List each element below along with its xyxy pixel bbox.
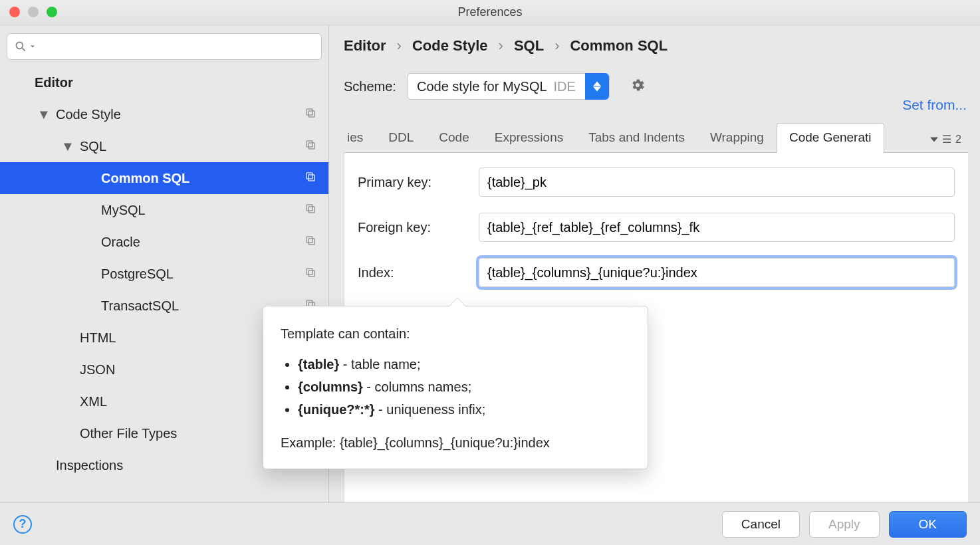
chevron-down-icon [593, 86, 601, 92]
foreign-key-row: Foreign key: [358, 213, 955, 242]
scheme-select[interactable]: Code style for MySQL IDE [407, 73, 610, 100]
tooltip-example: Example: {table}_{columns}_{unique?u:}in… [281, 431, 630, 454]
scheme-value: Code style for MySQL [417, 79, 547, 94]
svg-rect-2 [308, 111, 314, 117]
tree-label: Editor [0, 75, 328, 90]
tooltip-item: {unique?*:*} - uniqueness infix; [298, 398, 630, 421]
cancel-button[interactable]: Cancel [722, 511, 800, 538]
svg-rect-3 [306, 109, 312, 115]
index-input[interactable] [479, 258, 955, 287]
tree-item-oracle[interactable]: Oracle [0, 226, 328, 258]
svg-rect-9 [306, 205, 312, 211]
window-controls [9, 7, 57, 17]
chevron-down-icon: ▼ [37, 107, 51, 122]
svg-rect-6 [308, 175, 314, 181]
tree-label: SQL [0, 139, 328, 154]
tabs-overflow[interactable]: ☰ 2 [923, 133, 968, 152]
breadcrumb-part[interactable]: Editor [344, 37, 386, 54]
index-label: Index: [358, 265, 465, 280]
help-button[interactable]: ? [13, 515, 32, 534]
scheme-row: Scheme: Code style for MySQL IDE [344, 73, 968, 100]
svg-rect-12 [308, 271, 314, 276]
tab-code-generation[interactable]: Code Generati [777, 123, 884, 153]
zoom-window-button[interactable] [47, 7, 57, 17]
svg-point-0 [16, 42, 23, 49]
gear-icon[interactable] [630, 77, 646, 96]
tooltip-item: {table} - table name; [298, 353, 630, 376]
footer: ? Cancel Apply OK [0, 502, 980, 545]
tree-item-code-style[interactable]: ▼ Code Style [0, 98, 328, 130]
search-input[interactable] [7, 33, 322, 60]
set-from-link[interactable]: Set from... [902, 97, 967, 113]
template-tooltip: Template can contain: {table} - table na… [263, 306, 648, 469]
chevron-down-icon: ▼ [61, 139, 74, 154]
tree-item-common-sql[interactable]: Common SQL [0, 162, 328, 194]
chevron-right-icon: › [397, 37, 402, 54]
tooltip-title: Template can contain: [281, 322, 630, 345]
tabs-overflow-count: 2 [955, 134, 961, 146]
scheme-stepper[interactable] [585, 73, 609, 100]
close-window-button[interactable] [9, 7, 20, 17]
index-row: Index: [358, 258, 955, 287]
svg-rect-8 [308, 207, 314, 213]
svg-rect-5 [306, 141, 312, 147]
tab-code[interactable]: Code [426, 123, 481, 153]
titlebar: Preferences [0, 0, 980, 25]
primary-key-label: Primary key: [358, 175, 465, 190]
svg-rect-10 [308, 239, 314, 245]
breadcrumb-part[interactable]: Code Style [412, 37, 488, 54]
chevron-down-icon [930, 136, 938, 144]
tree-label: MySQL [0, 203, 328, 218]
tree-item-mysql[interactable]: MySQL [0, 194, 328, 226]
tab-ddl[interactable]: DDL [376, 123, 426, 153]
svg-rect-7 [306, 173, 312, 179]
scheme-icon [305, 139, 316, 154]
minimize-window-button[interactable] [28, 7, 39, 17]
tabs: ies DDL Code Expressions Tabs and Indent… [344, 122, 968, 153]
tab-expressions[interactable]: Expressions [482, 123, 576, 153]
tab-truncated[interactable]: ies [344, 123, 376, 153]
foreign-key-label: Foreign key: [358, 220, 465, 235]
primary-key-input[interactable] [479, 167, 955, 197]
scheme-icon [305, 171, 316, 186]
tree-item-postgresql[interactable]: PostgreSQL [0, 258, 328, 290]
tree-label: PostgreSQL [0, 267, 328, 282]
window-title: Preferences [457, 5, 522, 19]
breadcrumb: Editor › Code Style › SQL › Common SQL [344, 37, 968, 73]
scheme-icon [305, 203, 316, 218]
foreign-key-input[interactable] [479, 213, 955, 242]
chevron-down-icon [29, 43, 37, 51]
ok-button[interactable]: OK [889, 511, 967, 538]
primary-key-row: Primary key: [358, 167, 955, 197]
scheme-label: Scheme: [344, 79, 396, 94]
chevron-right-icon: › [554, 37, 559, 54]
search-icon [14, 40, 27, 53]
svg-line-1 [23, 49, 25, 51]
svg-rect-4 [308, 143, 314, 149]
tree-label: Common SQL [0, 171, 328, 186]
scheme-icon [305, 235, 316, 250]
svg-rect-11 [306, 237, 312, 243]
breadcrumb-part: Common SQL [570, 37, 668, 54]
chevron-up-icon [593, 81, 601, 86]
tree-item-sql[interactable]: ▼ SQL [0, 130, 328, 162]
scheme-icon [305, 267, 316, 282]
tree-item-editor[interactable]: Editor [0, 66, 328, 98]
scheme-ide-tag: IDE [554, 79, 578, 94]
tab-wrapping[interactable]: Wrapping [697, 123, 777, 153]
svg-rect-13 [306, 269, 312, 274]
chevron-right-icon: › [499, 37, 503, 54]
tab-tabs-indents[interactable]: Tabs and Indents [576, 123, 697, 153]
apply-button[interactable]: Apply [809, 511, 880, 538]
scheme-icon [305, 107, 316, 122]
breadcrumb-part[interactable]: SQL [514, 37, 544, 54]
tooltip-item: {columns} - columns names; [298, 376, 630, 398]
tree-label: Oracle [0, 235, 328, 250]
